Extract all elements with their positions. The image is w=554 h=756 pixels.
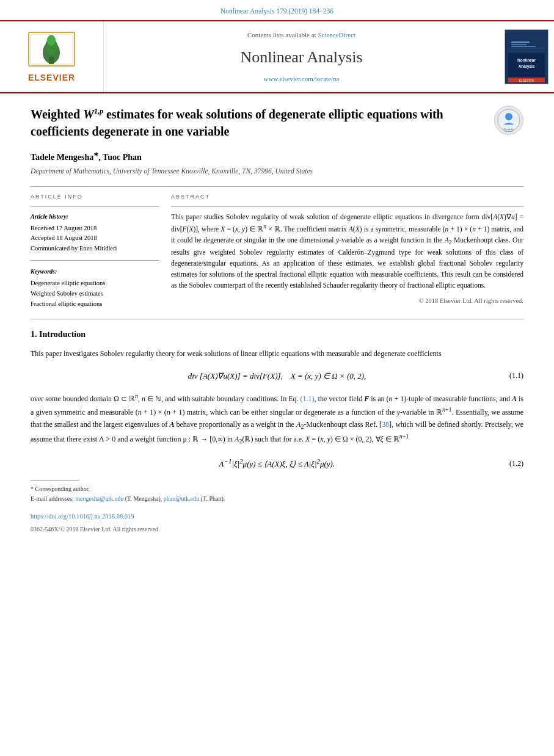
footnote-divider bbox=[31, 480, 79, 481]
authors-line: Tadele Mengesha∗, Tuoc Phan bbox=[31, 150, 523, 164]
eq1-content: div [A(X)∇u(X)] = div[F(X)], X = (x, y) … bbox=[188, 370, 366, 382]
journal-header: ELSEVIER Contents lists available at Sci… bbox=[0, 21, 554, 93]
check-updates-icon: Check for updates bbox=[497, 109, 520, 132]
eq2-number: (1.2) bbox=[509, 458, 523, 469]
doi-section: https://doi.org/10.1016/j.na.2018.08.019 bbox=[31, 510, 523, 522]
svg-point-18 bbox=[505, 113, 512, 120]
accepted-date: Accepted 18 August 2018 bbox=[31, 233, 159, 244]
equation-1-1: div [A(X)∇u(X)] = div[F(X)], X = (x, y) … bbox=[31, 370, 523, 382]
abstract-label: Abstract bbox=[171, 193, 523, 202]
keywords-label: Keywords: bbox=[31, 267, 159, 276]
check-updates-badge: Check for updates bbox=[494, 106, 523, 135]
journal-reference-bar: Nonlinear Analysis 179 (2019) 184–236 bbox=[0, 0, 554, 21]
svg-text:Analysis: Analysis bbox=[519, 64, 535, 69]
title-text-before: Weighted bbox=[31, 107, 83, 121]
journal-title: Nonlinear Analysis bbox=[240, 45, 362, 69]
abstract-col: Abstract This paper studies Sobolev regu… bbox=[171, 193, 523, 309]
equation-1-2: Λ−1|ξ|2μ(y) ≤ ⟨A(X)ξ, ξ⟩ ≤ Λ|ξ|2μ(y). (1… bbox=[31, 456, 523, 470]
elsevier-wordmark: ELSEVIER bbox=[28, 71, 75, 84]
eq1-number: (1.1) bbox=[509, 370, 523, 381]
keyword-2: Weighted Sobolev estimates bbox=[31, 289, 159, 299]
keyword-1: Degenerate elliptic equations bbox=[31, 278, 159, 289]
journal-ref-text: Nonlinear Analysis 179 (2019) 184–236 bbox=[221, 7, 333, 15]
journal-header-logo: ELSEVIER bbox=[0, 21, 104, 92]
communicated-by: Communicated by Enzo Mitidieri bbox=[31, 244, 159, 254]
paper-title: Weighted W1,p estimates for weak solutio… bbox=[31, 106, 484, 140]
sciencedirect-link[interactable]: ScienceDirect bbox=[318, 31, 355, 38]
journal-cover-thumbnail: Nonlinear Analysis ELSEVIER bbox=[505, 29, 549, 84]
info-abstract-section: Article Info Article history: Received 1… bbox=[31, 186, 523, 309]
contents-available-line: Contents lists available at ScienceDirec… bbox=[247, 30, 355, 40]
authors-text: Tadele Mengesha∗, Tuoc Phan bbox=[31, 153, 142, 162]
section-divider bbox=[31, 319, 523, 319]
main-content: Weighted W1,p estimates for weak solutio… bbox=[0, 93, 554, 545]
journal-cover-svg: Nonlinear Analysis ELSEVIER bbox=[505, 30, 548, 84]
journal-url[interactable]: www.elsevier.com/locate/na bbox=[264, 74, 340, 84]
received-date: Received 17 August 2018 bbox=[31, 224, 159, 234]
intro-heading: 1. Introduction bbox=[31, 328, 523, 341]
paper-title-section: Weighted W1,p estimates for weak solutio… bbox=[31, 106, 523, 140]
svg-text:Nonlinear: Nonlinear bbox=[517, 58, 536, 62]
email2-link[interactable]: phan@utk.edu bbox=[164, 495, 199, 502]
eq2-content: Λ−1|ξ|2μ(y) ≤ ⟨A(X)ξ, ξ⟩ ≤ Λ|ξ|2μ(y). bbox=[219, 456, 335, 470]
email1-link[interactable]: mengesha@utk.edu bbox=[75, 495, 123, 502]
copyright-line: © 2018 Elsevier Ltd. All rights reserved… bbox=[171, 296, 523, 306]
article-info-col: Article Info Article history: Received 1… bbox=[31, 193, 159, 309]
elsevier-logo: ELSEVIER bbox=[26, 29, 78, 84]
svg-text:ELSEVIER: ELSEVIER bbox=[519, 79, 534, 82]
affiliation-text: Department of Mathematics, University of… bbox=[31, 166, 523, 176]
article-info-label: Article Info bbox=[31, 193, 159, 202]
title-math: W1,p bbox=[83, 107, 103, 121]
history-label: Article history: bbox=[31, 212, 159, 221]
svg-point-3 bbox=[47, 35, 56, 46]
footnote-star: * Corresponding author. bbox=[31, 484, 523, 494]
doi-link[interactable]: https://doi.org/10.1016/j.na.2018.08.019 bbox=[31, 513, 134, 520]
footnote-emails: E-mail addresses: mengesha@utk.edu (T. M… bbox=[31, 494, 523, 504]
svg-text:updates: updates bbox=[505, 130, 513, 132]
page: Nonlinear Analysis 179 (2019) 184–236 EL… bbox=[0, 0, 554, 756]
keyword-3: Fractional elliptic equations bbox=[31, 299, 159, 310]
journal-cover-image: Nonlinear Analysis ELSEVIER bbox=[499, 21, 554, 92]
intro-para-2: over some bounded domain Ω ⊂ ℝn, n ∈ ℕ, … bbox=[31, 391, 523, 446]
intro-para-1: This paper investigates Sobolev regulari… bbox=[31, 348, 523, 360]
title-math-super: 1,p bbox=[94, 107, 103, 116]
elsevier-tree-icon bbox=[26, 29, 78, 69]
contents-text: Contents lists available at bbox=[247, 31, 316, 38]
publisher-footer: 0362-546X/© 2018 Elsevier Ltd. All right… bbox=[31, 525, 523, 534]
abstract-text: This paper studies Sobolev regularity of… bbox=[171, 212, 523, 291]
journal-header-center: Contents lists available at ScienceDirec… bbox=[104, 21, 499, 92]
